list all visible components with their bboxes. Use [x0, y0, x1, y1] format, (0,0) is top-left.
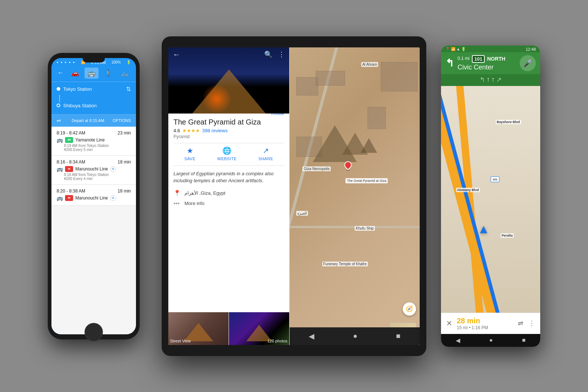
- m-badge-2: M: [65, 195, 73, 201]
- eta-detail: 15 mi • 1:16 PM: [457, 325, 488, 330]
- route-options-icon[interactable]: ⇌: [518, 319, 523, 327]
- transit-tab[interactable]: 🚌: [85, 68, 98, 79]
- navbar-home[interactable]: ●: [353, 332, 357, 340]
- header-action-icons: 🔍 ⋮: [264, 50, 285, 58]
- signal-status-icon: ▲: [456, 47, 460, 51]
- thumbnails-row: Street View 126 photos: [168, 312, 289, 345]
- route3-line-name: Marunouchi Line: [75, 195, 108, 201]
- battery-icon: 🔋: [126, 60, 131, 64]
- route1-time: 8:19 - 8:42 AM: [57, 130, 85, 136]
- depart-row[interactable]: ⇌ Depart at 8:15 AM OPTIONS: [51, 115, 136, 127]
- map-compass[interactable]: 🧭: [403, 302, 416, 316]
- more-info-text: More info: [184, 201, 204, 206]
- transit-icon-1: 🚌: [57, 137, 63, 143]
- android-back-btn[interactable]: ◀: [456, 337, 460, 344]
- route3-time: 8:20 - 8:38 AM: [57, 188, 85, 194]
- place-address: الأهرام ,Giza, Egypt: [184, 190, 225, 196]
- more-nav-options-icon[interactable]: ⋮: [528, 319, 535, 327]
- share-icon: ↗: [263, 146, 269, 155]
- route-item-1[interactable]: 8:19 - 8:42 AM 23 min 🚌 JR Yamanote Line…: [51, 127, 136, 156]
- drive-tab[interactable]: 🚗: [68, 68, 82, 79]
- photos-thumb[interactable]: 126 photos: [229, 312, 289, 345]
- battery-status-icon: 🔋: [461, 47, 466, 51]
- save-action-button[interactable]: ★ SAVE: [184, 146, 196, 161]
- mic-button[interactable]: 🎤: [520, 55, 536, 71]
- mic-icon: 🎤: [523, 59, 533, 68]
- marker-pin: [343, 160, 353, 170]
- transport-tabs: ← 🚗 🚌 🚶 🚲: [51, 66, 136, 82]
- options-button[interactable]: OPTIONS: [112, 118, 131, 123]
- from-station-row: Tokyo Station ⇅: [57, 86, 131, 93]
- android-navbar: ◀ ● ■: [441, 334, 540, 347]
- routes-list: 8:19 - 8:42 AM 23 min 🚌 JR Yamanote Line…: [51, 127, 136, 334]
- navigation-map[interactable]: Bayshore Blvd Alemany Blvd Peralta 101: [441, 86, 540, 313]
- header-controls: ← 🔍 ⋮: [168, 50, 289, 59]
- phone-notch: [83, 58, 105, 62]
- place-description: Largest of Egyptian pyramids in a comple…: [173, 170, 284, 184]
- transit-icon-3: 🚌: [57, 195, 63, 201]
- eta-minutes: 28 min: [457, 317, 480, 325]
- m-code-1: M: [68, 167, 71, 170]
- bike-tab[interactable]: 🚲: [118, 68, 132, 79]
- tablet-left-panel: ← 🔍 ⋮ The Great Pyramid at Giza Route: [168, 47, 290, 345]
- building-4: [381, 62, 417, 91]
- header-back-button[interactable]: ←: [173, 50, 180, 59]
- eta-bar: ✕ 28 min 15 mi • 1:16 PM ⇌ ⋮: [441, 313, 540, 334]
- route-button[interactable]: Route: [271, 114, 284, 116]
- route2-duration: 18 min: [118, 159, 131, 165]
- website-icon: 🌐: [222, 146, 232, 155]
- navbar-recents[interactable]: ■: [396, 332, 400, 340]
- eta-miles: 15 mi: [457, 325, 467, 330]
- turn-arrow-icon: ↰: [445, 57, 454, 69]
- route-item-2[interactable]: 8:16 - 8:34 AM 18 min 🚌 M Marunouchi Lin…: [51, 156, 136, 185]
- place-header-image: ← 🔍 ⋮: [168, 47, 289, 114]
- route1-duration: 23 min: [118, 130, 131, 136]
- swap-icon[interactable]: ⇅: [126, 86, 131, 93]
- g-badge-2: G: [110, 195, 116, 201]
- direction-instruction: ↰ 0.1 mi 101 NORTH Civic Center: [441, 52, 540, 74]
- nav-header: 📍 📶 ▲ 🔋 12:48 ↰ 0.1 mi: [441, 46, 540, 86]
- home-button[interactable]: [85, 323, 103, 341]
- rating-row: 4.6 ★★★★ 398 reviews: [173, 128, 284, 133]
- aerial-map: Al Ahram Giza Necropolis الجيزة Khufu Sh…: [290, 47, 420, 345]
- jr-badge: JR: [65, 137, 73, 143]
- route2-line-row: 🚌 M Marunouchi Line G: [57, 166, 131, 172]
- route-item-3[interactable]: 8:20 - 8:38 AM 18 min 🚌 M Marunouchi Lin…: [51, 185, 136, 206]
- bayshore-label: Bayshore Blvd: [496, 120, 521, 124]
- photos-count: 126 photos: [268, 339, 287, 343]
- building-1: [296, 77, 318, 96]
- website-action-button[interactable]: 🌐 WEBSITE: [217, 146, 237, 161]
- highway-badge: 101: [472, 55, 485, 63]
- pyramid-small: [361, 138, 377, 153]
- highway-number: 101: [474, 56, 483, 62]
- station-connector: [59, 95, 60, 102]
- place-type: Pyramid: [173, 134, 284, 139]
- android-home-btn[interactable]: ●: [489, 337, 493, 344]
- more-info-row[interactable]: ••• More info: [173, 200, 284, 207]
- map-background: Bayshore Blvd Alemany Blvd Peralta 101: [441, 86, 540, 313]
- lane-arrow-2: ↑: [487, 76, 490, 84]
- save-icon: ★: [187, 146, 193, 155]
- route1-line-row: 🚌 JR Yamanote Line: [57, 137, 131, 143]
- phone-right-device: 📍 📶 ▲ 🔋 12:48 ↰ 0.1 mi: [441, 46, 540, 347]
- lane-guidance: ↰ ↑ ↑ ↗: [441, 74, 540, 86]
- map-place-marker[interactable]: [344, 161, 352, 172]
- street-view-thumb[interactable]: Street View: [168, 312, 229, 345]
- android-recents-btn[interactable]: ■: [522, 337, 526, 344]
- signal-dots: ● ● ● ● ●: [57, 61, 75, 64]
- reviews-link[interactable]: 398 reviews: [202, 128, 227, 133]
- search-icon[interactable]: 🔍: [264, 50, 272, 58]
- map-label-ahram: Al Ahram: [361, 62, 379, 67]
- share-action-button[interactable]: ↗ SHARE: [258, 146, 273, 161]
- navbar-back[interactable]: ◀: [309, 332, 314, 341]
- battery-text: 100%: [111, 60, 121, 64]
- more-options-icon[interactable]: ⋮: [278, 50, 285, 58]
- g-badge-1: G: [110, 166, 116, 172]
- tablet-map-panel[interactable]: Al Ahram Giza Necropolis الجيزة Khufu Sh…: [290, 47, 420, 345]
- close-navigation-button[interactable]: ✕: [446, 319, 452, 328]
- walk-tab[interactable]: 🚶: [101, 68, 115, 79]
- route1-line-name: Yamanote Line: [75, 137, 105, 143]
- map-label-giza: الجيزة: [296, 211, 308, 216]
- back-button[interactable]: ←: [56, 68, 65, 79]
- building-2: [316, 71, 345, 86]
